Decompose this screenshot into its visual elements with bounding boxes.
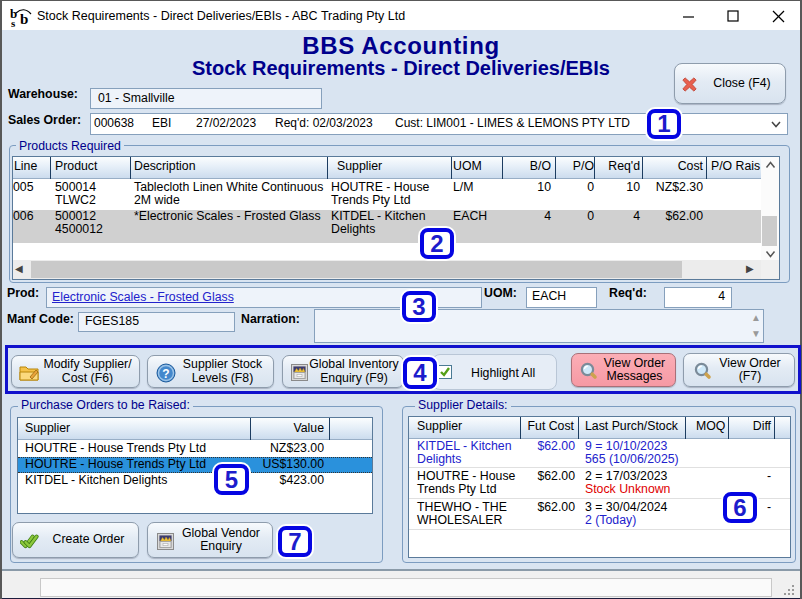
svg-text:s: s xyxy=(11,17,16,28)
svg-text:b: b xyxy=(20,11,28,27)
svg-text:?: ? xyxy=(162,367,169,381)
